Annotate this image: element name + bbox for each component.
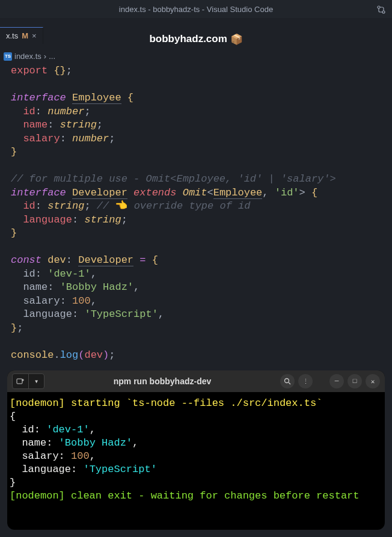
svg-point-1 bbox=[382, 11, 385, 13]
tab-label: x.ts bbox=[6, 31, 18, 40]
breadcrumb-file: index.ts bbox=[14, 52, 41, 61]
maximize-button[interactable]: □ bbox=[348, 374, 362, 388]
tab-bar: x.ts M × bbox=[0, 27, 43, 44]
site-header: bobbyhadz.com 📦 bbox=[0, 30, 392, 48]
svg-rect-2 bbox=[17, 379, 22, 384]
svg-line-6 bbox=[289, 382, 290, 384]
svg-point-0 bbox=[378, 6, 380, 8]
menu-button[interactable]: ⋮ bbox=[298, 374, 313, 388]
cube-icon: 📦 bbox=[227, 33, 243, 46]
terminal-output[interactable]: [nodemon] starting `ts-node --files ./sr… bbox=[7, 392, 385, 508]
breadcrumb[interactable]: TS index.ts › ... bbox=[0, 51, 392, 62]
tab-index-ts[interactable]: x.ts M × bbox=[0, 27, 43, 44]
svg-point-5 bbox=[285, 379, 289, 383]
terminal-tab-controls: ▾ bbox=[12, 373, 44, 389]
window-titlebar: index.ts - bobbyhadz-ts - Visual Studio … bbox=[0, 0, 392, 18]
minimize-button[interactable]: ─ bbox=[329, 374, 344, 388]
title-text: index.ts - bobbyhadz-ts - Visual Studio … bbox=[119, 5, 273, 14]
new-tab-button[interactable] bbox=[13, 374, 28, 388]
tab-close-icon[interactable]: × bbox=[32, 31, 37, 40]
search-button[interactable] bbox=[280, 374, 295, 388]
terminal-title: npm run bobbyhadz-dev bbox=[48, 376, 277, 386]
site-name: bobbyhadz.com bbox=[149, 33, 227, 45]
breadcrumb-rest: ... bbox=[49, 52, 55, 61]
git-compare-icon[interactable] bbox=[376, 5, 386, 17]
terminal-panel: ▾ npm run bobbyhadz-dev ⋮ ─ □ ✕ [nodemon… bbox=[7, 370, 385, 530]
close-button[interactable]: ✕ bbox=[366, 374, 380, 388]
breadcrumb-sep: › bbox=[44, 52, 46, 61]
code-editor[interactable]: export {}; interface Employee { id: numb… bbox=[0, 62, 392, 364]
tab-dropdown-button[interactable]: ▾ bbox=[28, 374, 44, 388]
tab-modified-indicator: M bbox=[22, 31, 28, 40]
ts-file-icon: TS bbox=[4, 52, 12, 61]
terminal-header: ▾ npm run bobbyhadz-dev ⋮ ─ □ ✕ bbox=[7, 370, 385, 392]
window-controls: ─ □ ✕ bbox=[329, 374, 380, 388]
